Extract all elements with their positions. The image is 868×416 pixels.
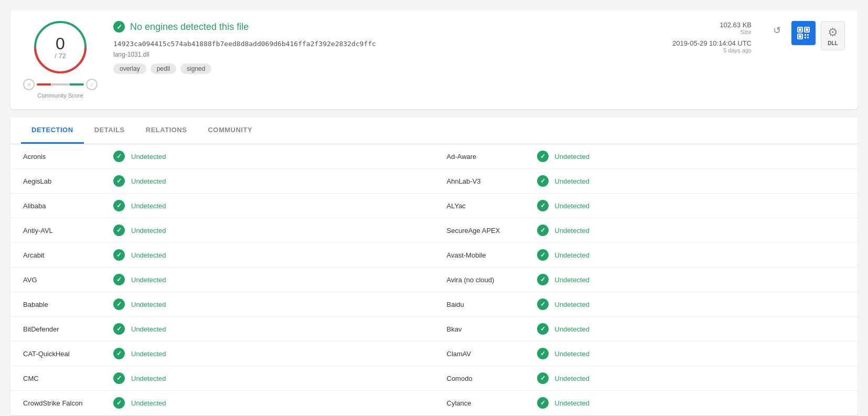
engine-name: Acronis: [23, 153, 107, 161]
engine-name: CrowdStrike Falcon: [23, 399, 107, 407]
qr-button[interactable]: [791, 21, 816, 45]
status-check-icon: [113, 323, 125, 335]
file-tag: overlay: [113, 63, 146, 74]
status-text: Undetected: [555, 325, 590, 333]
svg-rect-7: [807, 34, 809, 36]
status-text: Undetected: [131, 276, 166, 284]
status-text: Undetected: [131, 202, 166, 210]
status-text: Undetected: [131, 350, 166, 358]
detection-row: ClamAV Undetected: [434, 342, 858, 366]
status-check-icon: [113, 348, 125, 359]
tab-relations[interactable]: RELATIONS: [135, 118, 198, 144]
file-tag: signed: [180, 63, 211, 74]
tab-details[interactable]: DETAILS: [84, 118, 135, 144]
status-text: Undetected: [555, 399, 590, 407]
status-check-icon: [113, 175, 125, 187]
main-card: DETECTIONDETAILSRELATIONSCOMMUNITY Acron…: [10, 118, 858, 415]
engine-name: ClamAV: [447, 350, 531, 358]
file-date-relative: 5 days ago: [647, 47, 752, 54]
status-check-icon: [113, 225, 125, 236]
engine-name: AegisLab: [23, 177, 107, 185]
detection-row: Antiy-AVL Undetected: [10, 218, 434, 243]
status-check-icon: [113, 397, 125, 409]
engine-name: CAT-QuickHeal: [23, 350, 107, 358]
community-score-label: Community Score: [37, 92, 83, 99]
tags-row: overlaypedllsigned: [113, 63, 631, 74]
file-tag: pedll: [151, 63, 176, 74]
engine-name: BitDefender: [23, 325, 107, 333]
status-check-icon: [537, 200, 549, 211]
score-circle: 0 / 72: [34, 21, 87, 73]
detection-row: CMC Undetected: [10, 366, 434, 391]
status-text: Undetected: [131, 325, 166, 333]
detection-row: Arcabit Undetected: [10, 243, 434, 268]
status-text: Undetected: [131, 177, 166, 185]
status-text: Undetected: [555, 276, 590, 284]
engine-name: Cylance: [447, 399, 531, 407]
no-engines-row: No engines detected this file: [113, 21, 631, 33]
detection-row: AhnLab-V3 Undetected: [434, 169, 858, 194]
status-check-icon: [113, 200, 125, 211]
engine-name: Comodo: [447, 375, 531, 382]
file-size: 102.63 KB: [647, 21, 752, 29]
engine-name: Babable: [23, 301, 107, 308]
tab-community[interactable]: COMMUNITY: [197, 118, 263, 144]
engine-name: Baidu: [447, 301, 531, 308]
dll-label: DLL: [828, 40, 838, 46]
file-hash: 14923ca094415c574ab41888fb7eed8d8add069d…: [113, 40, 631, 48]
detection-grid: Acronis Undetected Ad-Aware Undetected A…: [10, 144, 858, 415]
status-check-icon: [113, 298, 125, 310]
detection-row: Acronis Undetected: [10, 144, 434, 169]
status-check-icon: [113, 151, 125, 162]
detection-row: Alibaba Undetected: [10, 194, 434, 218]
status-check-icon: [537, 298, 549, 310]
status-text: Undetected: [131, 399, 166, 407]
engine-name: Avast-Mobile: [447, 251, 531, 259]
gear-icon: ⚙: [828, 26, 838, 39]
status-check-icon: [537, 151, 549, 162]
community-score-bar: [37, 83, 84, 86]
status-check-icon: [537, 372, 549, 384]
engine-name: AVG: [23, 276, 107, 284]
engine-name: Avira (no cloud): [447, 276, 531, 284]
detection-row: BitDefender Undetected: [10, 317, 434, 342]
detection-row: Baidu Undetected: [434, 292, 858, 317]
engine-name: Arcabit: [23, 251, 107, 259]
detection-row: Comodo Undetected: [434, 366, 858, 391]
engine-name: SecureAge APEX: [447, 227, 531, 234]
header-card: 0 / 72 ✕ ✓ Community Score No engines de…: [10, 10, 858, 109]
status-text: Undetected: [555, 202, 590, 210]
detection-row: Babable Undetected: [10, 292, 434, 317]
detection-row: Cylance Undetected: [434, 391, 858, 415]
status-text: Undetected: [131, 153, 166, 161]
score-divider: / 72: [55, 52, 66, 60]
status-text: Undetected: [555, 375, 590, 382]
file-size-label: Size: [647, 29, 752, 35]
status-check-icon: [113, 249, 125, 261]
status-text: Undetected: [131, 227, 166, 234]
engine-name: CMC: [23, 375, 107, 382]
file-info: No engines detected this file 14923ca094…: [113, 21, 631, 74]
engine-name: Alibaba: [23, 202, 107, 210]
file-name: lang-1031.dll: [113, 51, 631, 58]
status-check-icon: [537, 397, 549, 409]
score-section: 0 / 72 ✕ ✓ Community Score: [23, 21, 98, 99]
svg-rect-1: [799, 28, 801, 31]
tabs-header: DETECTIONDETAILSRELATIONSCOMMUNITY: [10, 118, 858, 144]
no-engines-text: No engines detected this file: [130, 22, 249, 33]
detection-row: Avast-Mobile Undetected: [434, 243, 858, 268]
engine-name: AhnLab-V3: [447, 177, 531, 185]
svg-rect-3: [806, 28, 808, 31]
score-number: 0: [56, 35, 65, 52]
engine-name: ALYac: [447, 202, 531, 210]
status-text: Undetected: [131, 301, 166, 308]
refresh-button[interactable]: ↺: [767, 21, 786, 40]
file-type-icon: ⚙ DLL: [821, 21, 845, 50]
status-check-icon: [113, 274, 125, 285]
detection-row: AegisLab Undetected: [10, 169, 434, 194]
community-score-check-icon: ✓: [86, 79, 98, 90]
status-text: Undetected: [131, 375, 166, 382]
svg-rect-8: [805, 37, 806, 38]
tab-detection[interactable]: DETECTION: [21, 118, 84, 144]
engine-name: Ad-Aware: [447, 153, 531, 161]
